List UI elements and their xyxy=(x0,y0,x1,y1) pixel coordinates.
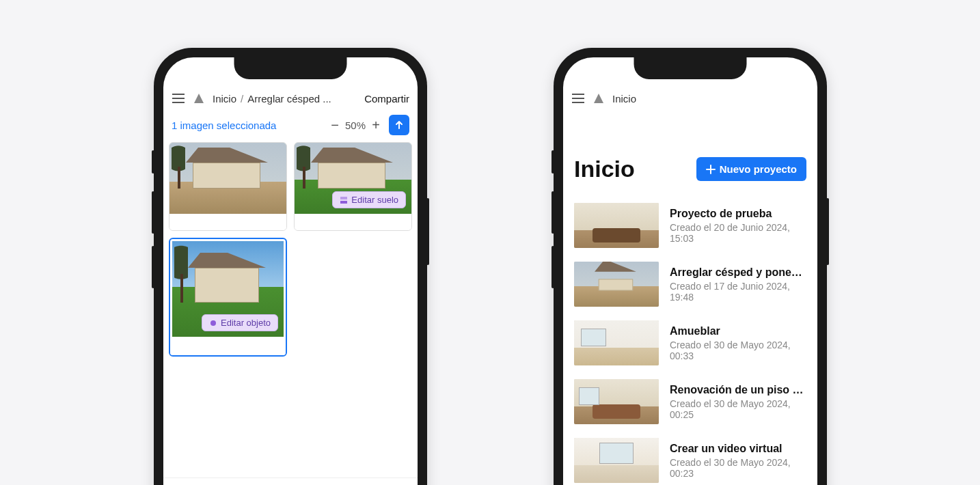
project-meta: Creado el 17 de Junio 2024, 19:48 xyxy=(670,281,806,303)
project-item[interactable]: Amueblar Creado el 30 de Mayo 2024, 00:3… xyxy=(563,314,817,372)
image-card-selected[interactable]: Editar objeto xyxy=(169,238,287,357)
breadcrumb-home[interactable]: Inicio xyxy=(612,93,636,105)
project-name: Amueblar xyxy=(670,325,806,337)
upload-button[interactable] xyxy=(389,115,409,135)
breadcrumb-separator: / xyxy=(241,93,243,105)
project-thumb xyxy=(574,203,659,248)
zoom-out-button[interactable]: − xyxy=(327,117,342,133)
project-item[interactable]: Crear un video virtual Creado el 30 de M… xyxy=(563,431,817,485)
app-logo-icon xyxy=(192,92,206,105)
topbar: Inicio xyxy=(563,92,817,115)
project-meta: Creado el 30 de Mayo 2024, 00:23 xyxy=(670,457,806,479)
zoom-value: 50% xyxy=(345,120,366,131)
edit-tag-label: Editar objeto xyxy=(221,318,271,328)
project-meta: Creado el 20 de Junio 2024, 15:03 xyxy=(670,222,806,244)
project-item[interactable]: Renovación de un piso amueb... Creado el… xyxy=(563,372,817,431)
breadcrumb: Inicio / Arreglar césped ... xyxy=(213,93,357,105)
zoom-in-button[interactable]: + xyxy=(368,117,383,133)
project-meta: Creado el 30 de Mayo 2024, 00:33 xyxy=(670,340,806,361)
page-header: Inicio Nuevo proyecto xyxy=(563,115,817,196)
project-thumb xyxy=(574,438,659,483)
project-name: Crear un video virtual xyxy=(670,443,806,455)
project-meta: Creado el 30 de Mayo 2024, 00:25 xyxy=(670,398,806,420)
action-edit-ai[interactable]: Editar con IA › xyxy=(163,478,418,485)
project-list: Proyecto de prueba Creado el 20 de Junio… xyxy=(563,196,817,485)
edit-object-tag[interactable]: Editar objeto xyxy=(202,314,278,331)
app-logo-icon xyxy=(592,92,605,105)
breadcrumb-home[interactable]: Inicio xyxy=(213,93,236,105)
plus-icon xyxy=(706,165,716,174)
svg-rect-1 xyxy=(340,197,347,199)
page-title: Inicio xyxy=(574,156,696,182)
new-project-button[interactable]: Nuevo proyecto xyxy=(696,157,806,181)
project-thumb xyxy=(574,320,659,365)
breadcrumb-current[interactable]: Arreglar césped ... xyxy=(247,93,331,105)
image-card[interactable]: Editar suelo xyxy=(294,142,412,231)
menu-icon[interactable] xyxy=(172,92,185,105)
image-grid: Editar suelo Editar objeto xyxy=(163,142,418,357)
new-project-label: Nuevo proyecto xyxy=(720,163,797,175)
zoom-control: − 50% + xyxy=(327,117,383,133)
image-card[interactable] xyxy=(169,142,287,231)
menu-icon[interactable] xyxy=(571,92,585,105)
project-name: Arreglar césped y poner el cie... xyxy=(670,266,806,279)
selection-count[interactable]: 1 imagen seleccionada xyxy=(172,120,322,131)
svg-point-2 xyxy=(210,320,216,326)
project-item[interactable]: Arreglar césped y poner el cie... Creado… xyxy=(563,255,817,314)
edit-tag-label: Editar suelo xyxy=(351,195,398,205)
topbar: Inicio / Arreglar césped ... Compartir xyxy=(163,92,418,115)
phone-mockup-editor: Inicio / Arreglar césped ... Compartir 1… xyxy=(154,48,427,485)
project-name: Proyecto de prueba xyxy=(670,208,806,220)
project-item[interactable]: Proyecto de prueba Creado el 20 de Junio… xyxy=(563,196,817,255)
selection-bar: 1 imagen seleccionada − 50% + xyxy=(163,115,418,142)
phone-mockup-projects: Inicio Inicio Nuevo proyecto Proyecto de… xyxy=(554,48,827,485)
project-thumb xyxy=(574,379,659,424)
action-list: Editar con IA › Video › Añadir marca de … xyxy=(163,477,418,485)
share-button[interactable]: Compartir xyxy=(364,93,409,105)
project-thumb xyxy=(574,262,659,307)
svg-rect-0 xyxy=(340,201,347,204)
edit-floor-tag[interactable]: Editar suelo xyxy=(332,191,406,208)
project-name: Renovación de un piso amueb... xyxy=(670,384,806,396)
